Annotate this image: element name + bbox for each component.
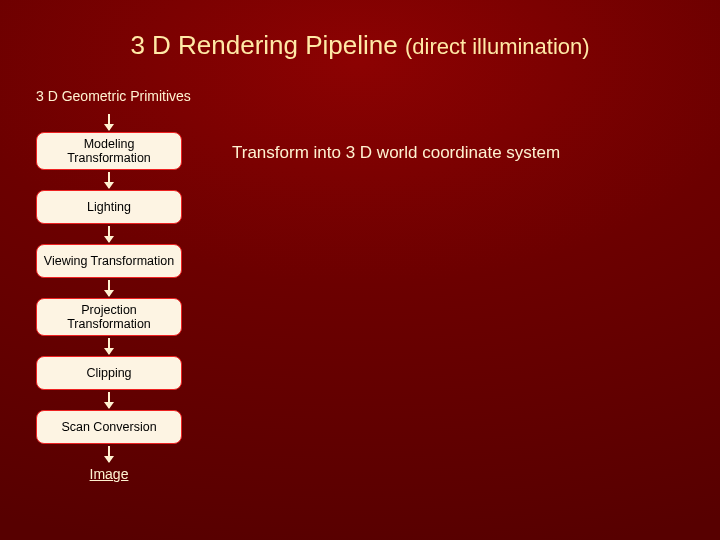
arrow-icon	[36, 280, 182, 296]
slide-title: 3 D Rendering Pipeline (direct illuminat…	[0, 30, 720, 61]
arrow-icon	[36, 226, 182, 242]
input-label: 3 D Geometric Primitives	[36, 88, 191, 104]
arrow-icon	[36, 338, 182, 354]
stage-description: Transform into 3 D world coordinate syst…	[232, 143, 560, 163]
stage-projection: Projection Transformation	[36, 298, 182, 336]
stage-lighting: Lighting	[36, 190, 182, 224]
stage-scan: Scan Conversion	[36, 410, 182, 444]
arrow-icon	[36, 172, 182, 188]
pipeline-column: Modeling Transformation Lighting Viewing…	[36, 112, 182, 482]
stage-modeling: Modeling Transformation	[36, 132, 182, 170]
arrow-icon	[36, 114, 182, 130]
arrow-icon	[36, 446, 182, 462]
title-sub: (direct illumination)	[405, 34, 590, 59]
title-main: 3 D Rendering Pipeline	[130, 30, 397, 60]
stage-clipping: Clipping	[36, 356, 182, 390]
output-label: Image	[36, 466, 182, 482]
stage-viewing: Viewing Transformation	[36, 244, 182, 278]
arrow-icon	[36, 392, 182, 408]
